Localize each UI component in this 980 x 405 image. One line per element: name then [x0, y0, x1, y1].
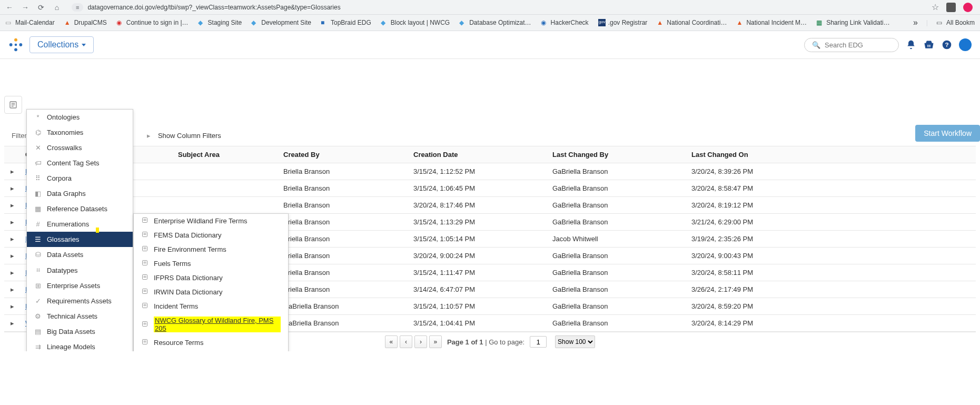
- expand-row-caret[interactable]: ▸: [11, 201, 14, 209]
- cell-creation-date: 3/15/24, 1:04:41 PM: [408, 315, 547, 332]
- bookmark-item[interactable]: gov.gov Registrar: [598, 19, 648, 26]
- collections-menu-item[interactable]: ⠿Corpora: [27, 171, 133, 186]
- bookmarks-overflow[interactable]: »: [913, 18, 918, 27]
- glossaries-submenu-item[interactable]: Resource Terms: [134, 335, 288, 350]
- glossaries-submenu-item[interactable]: WIMS Data Dictionary: [134, 350, 288, 351]
- pager-last-button[interactable]: »: [429, 335, 442, 348]
- bookmark-item[interactable]: ▦Sharing Link Validati…: [816, 19, 890, 26]
- collections-menu-item[interactable]: ◧Data Graphs: [27, 186, 133, 201]
- pager-goto-input[interactable]: [530, 336, 547, 348]
- collections-menu-item[interactable]: ✕Crosswalks: [27, 140, 133, 155]
- bookmark-item[interactable]: ▲DrupalCMS: [64, 19, 107, 26]
- collections-menu-item[interactable]: ⊞Enterprise Assets: [27, 278, 133, 293]
- collections-menu-item[interactable]: ⌬Taxonomies: [27, 125, 133, 140]
- glossaries-submenu-item[interactable]: FEMS Data Dictionary: [134, 228, 288, 242]
- cell-last-changed-on: 3/20/24, 8:58:47 PM: [686, 180, 976, 197]
- all-bookmarks-button[interactable]: ▭All Bookm: [936, 19, 975, 26]
- bookmark-item[interactable]: ▭Mail-Calendar: [5, 19, 55, 26]
- column-last-changed-on[interactable]: Last Changed On: [686, 146, 976, 163]
- column-creation-date[interactable]: Creation Date: [408, 146, 547, 163]
- show-column-filters-link[interactable]: Show Column Filters: [158, 132, 221, 140]
- start-workflow-button[interactable]: Start Workflow: [915, 125, 980, 142]
- menu-item-label: Requirements Assets: [47, 297, 112, 305]
- column-subject-area[interactable]: Subject Area: [173, 146, 278, 163]
- glossaries-submenu-item[interactable]: Fuels Terms: [134, 256, 288, 271]
- expand-row-caret[interactable]: ▸: [11, 319, 14, 327]
- svg-text:?: ?: [945, 41, 948, 48]
- menu-item-label: Crosswalks: [47, 144, 82, 152]
- cell-creation-date: 3/20/24, 9:00:24 PM: [408, 248, 547, 264]
- pager-first-button[interactable]: «: [385, 335, 398, 348]
- collections-menu-item[interactable]: ☰Glossaries: [27, 232, 133, 247]
- collections-menu-item[interactable]: ⚙Technical Assets: [27, 309, 133, 324]
- expand-row-caret[interactable]: ▸: [11, 218, 14, 226]
- home-button[interactable]: ⌂: [52, 2, 62, 13]
- bookmark-item[interactable]: ◉HackerCheck: [541, 19, 589, 26]
- collections-menu-item[interactable]: 🏷Content Tag Sets: [27, 155, 133, 171]
- search-input[interactable]: [825, 41, 888, 49]
- bookmark-item[interactable]: ▲National Incident M…: [736, 19, 807, 26]
- expand-row-caret[interactable]: ▸: [11, 302, 14, 310]
- pager-next-button[interactable]: ›: [414, 335, 427, 348]
- collections-menu-item[interactable]: ▤Big Data Assets: [27, 324, 133, 339]
- glossaries-submenu-item[interactable]: IRWIN Data Dictionary: [134, 285, 288, 299]
- expand-row-caret[interactable]: ▸: [11, 167, 14, 175]
- cell-last-changed-by: GaBriella Branson: [547, 248, 686, 264]
- expand-filters-caret[interactable]: ▸: [147, 132, 151, 140]
- column-created-by[interactable]: Created By: [278, 146, 408, 163]
- bookmark-item[interactable]: ◆Block layout | NWCG: [381, 19, 450, 26]
- forward-button[interactable]: →: [20, 2, 31, 13]
- collections-dropdown-button[interactable]: Collections: [29, 36, 94, 53]
- address-bar[interactable]: ≡ datagovernance.doi.gov/edg/tbi/swp?_vi…: [67, 3, 923, 12]
- collections-menu-item[interactable]: ✓Requirements Assets: [27, 293, 133, 309]
- expand-row-caret[interactable]: ▸: [11, 235, 14, 243]
- glossaries-submenu-item[interactable]: IFPRS Data Dictionary: [134, 271, 288, 285]
- help-button[interactable]: ?: [941, 39, 953, 51]
- pager-page-size-select[interactable]: Show 100: [555, 335, 595, 348]
- back-button[interactable]: ←: [4, 2, 15, 13]
- user-avatar[interactable]: [959, 38, 972, 51]
- bookmark-item[interactable]: ▲National Coordinati…: [657, 19, 727, 26]
- basket-button[interactable]: [923, 39, 935, 51]
- search-box[interactable]: 🔍: [804, 38, 899, 52]
- star-icon[interactable]: ☆: [932, 2, 939, 12]
- bookmark-item[interactable]: ◆Staging Site: [198, 19, 242, 26]
- bookmark-item[interactable]: ◆Development Site: [251, 19, 311, 26]
- menu-item-icon: 🏷: [34, 159, 42, 167]
- glossaries-submenu-item[interactable]: Enterprise Wildland Fire Terms: [134, 214, 288, 228]
- expand-row-caret[interactable]: ▸: [11, 285, 14, 293]
- cell-last-changed-on: 3/20/24, 8:14:29 PM: [686, 315, 976, 332]
- site-info-chip[interactable]: ≡: [72, 3, 83, 12]
- collections-menu-item[interactable]: ⇉Lineage Models: [27, 339, 133, 351]
- glossaries-submenu-item[interactable]: NWCG Glossary of Wildland Fire, PMS 205: [134, 313, 288, 335]
- collections-menu-item[interactable]: ⛁Data Assets: [27, 247, 133, 262]
- menu-item-icon: ▦: [34, 205, 42, 213]
- notifications-button[interactable]: [905, 39, 917, 51]
- glossaries-submenu-item[interactable]: Incident Terms: [134, 299, 288, 313]
- bookmark-item[interactable]: ◆Database Optimizat…: [459, 19, 531, 26]
- expand-row-caret[interactable]: ▸: [11, 269, 14, 276]
- glossary-icon: [141, 245, 149, 253]
- tune-icon: ≡: [76, 4, 79, 11]
- rail-glossary-button[interactable]: [4, 96, 22, 114]
- menu-item-icon: ☰: [34, 235, 42, 243]
- cell-last-changed-by: GaBriella Branson: [547, 298, 686, 315]
- expand-row-caret[interactable]: ▸: [11, 252, 14, 260]
- collections-menu-item[interactable]: ⌗Datatypes: [27, 262, 133, 278]
- extension-icon[interactable]: [946, 3, 956, 12]
- column-last-changed-by[interactable]: Last Changed By: [547, 146, 686, 163]
- glossaries-submenu-item[interactable]: Fire Environment Terms: [134, 242, 288, 256]
- bookmark-item[interactable]: ■TopBraid EDG: [321, 19, 371, 26]
- menu-item-label: Technical Assets: [47, 312, 97, 320]
- reload-button[interactable]: ⟳: [36, 2, 46, 13]
- extension-badge-icon[interactable]: [963, 3, 973, 12]
- bookmark-item[interactable]: ◉Continue to sign in |…: [116, 19, 189, 26]
- submenu-item-label: IRWIN Data Dictionary: [154, 288, 223, 296]
- collections-menu-item[interactable]: ▦Reference Datasets: [27, 201, 133, 216]
- expand-row-caret[interactable]: ▸: [11, 184, 14, 192]
- collections-menu-item[interactable]: #Enumerations: [27, 216, 133, 232]
- menu-item-icon: ✕: [34, 144, 42, 152]
- collections-menu-item[interactable]: *Ontologies: [27, 110, 133, 125]
- cell-creation-date: 3/15/24, 1:06:45 PM: [408, 180, 547, 197]
- pager-prev-button[interactable]: ‹: [400, 335, 412, 348]
